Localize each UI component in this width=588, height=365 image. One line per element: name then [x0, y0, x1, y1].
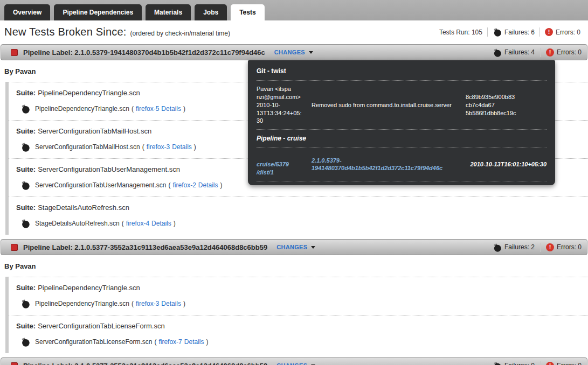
paren-open: ( — [168, 181, 170, 189]
changes-label: CHANGES — [276, 362, 307, 365]
details-link[interactable]: Details — [198, 181, 218, 189]
changes-link[interactable]: CHANGES — [276, 362, 315, 365]
suite-title: Suite:StageDetailsAutoRefresh.scn — [16, 203, 588, 212]
paren-open: ( — [132, 300, 134, 307]
chevron-down-icon — [309, 51, 313, 54]
bomb-icon — [20, 219, 30, 228]
error-icon — [545, 28, 553, 36]
suite-block: Suite:ServerConfigurationTabLicenseForm.… — [9, 315, 588, 353]
paren-close: ) — [206, 338, 208, 346]
changes-label: CHANGES — [274, 49, 305, 55]
tab-materials[interactable]: Materials — [146, 4, 191, 20]
suite-label: Suite: — [16, 165, 36, 173]
suite-name: PipelineDependencyTriangle.scn — [38, 284, 140, 292]
paren-close: ) — [183, 300, 185, 307]
divider — [539, 27, 540, 37]
failed-status-icon — [11, 244, 18, 251]
pipeline-header-row: Pipeline - cruise — [257, 129, 547, 148]
pipeline-path-link[interactable]: cruise/5379 /dist/1 — [257, 161, 289, 176]
commit-author-date: Pavan <itspa nzi@gmail.com> 2010-10- 13T… — [257, 85, 312, 125]
commit-row: Pavan <itspa nzi@gmail.com> 2010-10- 13T… — [257, 80, 547, 129]
test-name: PipelineDependencyTriangle.scn — [35, 105, 129, 113]
header-stats: Tests Run: 105 Failures: 6 Errors: 0 — [439, 27, 583, 37]
test-name: ServerConfigurationTabLicenseForm.scn — [35, 338, 152, 346]
details-link[interactable]: Details — [172, 143, 192, 151]
paren-close: ) — [174, 220, 176, 227]
divider — [540, 48, 541, 57]
error-icon — [546, 48, 554, 57]
failed-status-icon — [11, 49, 18, 56]
page-title: New Tests Broken Since: — [4, 26, 127, 38]
details-link[interactable]: Details — [151, 220, 171, 227]
job-link[interactable]: firefox-4 — [126, 220, 149, 227]
errors-stat-label: Errors: 0 — [557, 243, 582, 251]
details-link[interactable]: Details — [161, 105, 181, 113]
suite-label: Suite: — [16, 89, 36, 97]
pipeline-time: 2010-10-13T16:01:10+05:30 — [466, 160, 547, 169]
pipeline-label: Pipeline Label: 2.1.0.5379-1941480370d4b… — [23, 48, 265, 57]
errors-stat-label: Errors: 0 — [557, 362, 582, 365]
tab-overview[interactable]: Overview — [4, 4, 50, 20]
pipeline-label: Pipeline Label: 2.1.0.5377-3552a31c9113e… — [23, 243, 267, 251]
error-icon — [546, 362, 554, 365]
tab-tests[interactable]: Tests — [231, 4, 264, 24]
test-name: StageDetailsAutoRefresh.scn — [35, 220, 120, 227]
changes-label: CHANGES — [276, 244, 307, 250]
bomb-icon — [20, 337, 30, 347]
bomb-icon — [493, 27, 502, 37]
pipeline-label-cell: 2.1.0.5379-1941480370d4b1b5b42f1d2d372c1… — [312, 157, 466, 173]
suite-name: ServerConfigurationTabUserManagement.scn — [38, 165, 180, 173]
pipeline-path-cell: cruise/5379 /dist/1 — [257, 152, 312, 177]
job-link[interactable]: firefox-2 — [172, 181, 196, 189]
page-header: New Tests Broken Since: (ordered by chec… — [0, 20, 588, 44]
suite-title: Suite:ServerConfigurationTabLicenseForm.… — [16, 322, 588, 330]
divider — [540, 243, 541, 252]
job-link[interactable]: firefox-3 — [147, 143, 170, 151]
changes-link[interactable]: CHANGES — [274, 49, 313, 55]
suite-label: Suite: — [16, 284, 36, 292]
pipeline-label-link[interactable]: 2.1.0.5379-1941480370d4b1b5b42f1d2d372c1… — [312, 157, 442, 172]
bar-stats: Failures: 4 Errors: 0 — [493, 48, 582, 57]
job-link[interactable]: firefox-7 — [158, 338, 182, 346]
failures-stat: Failures: 6 — [493, 27, 535, 37]
details-link[interactable]: Details — [161, 300, 181, 307]
paren-open: ( — [122, 220, 124, 227]
test-row: StageDetailsAutoRefresh.scn ( firefox-4 … — [20, 219, 588, 228]
errors-stat: Errors: 0 — [546, 48, 582, 57]
changes-link[interactable]: CHANGES — [276, 244, 315, 250]
errors-stat-label: Errors: 0 — [557, 48, 582, 56]
suite-name: StageDetailsAutoRefresh.scn — [38, 203, 129, 212]
tab-pipeline-dependencies[interactable]: Pipeline Dependencies — [54, 4, 142, 20]
bomb-icon — [20, 299, 30, 308]
commit-comment: Removed sudo from command.to.install.cru… — [312, 101, 466, 109]
test-row: PipelineDependencyTriangle.scn ( firefox… — [20, 299, 588, 308]
pipeline-bar: Pipeline Label: 2.1.0.5379-1941480370d4b… — [1, 44, 587, 60]
tests-run-stat: Tests Run: 105 — [439, 29, 482, 36]
suite-label: Suite: — [16, 322, 36, 330]
details-link[interactable]: Details — [184, 338, 204, 346]
tab-jobs[interactable]: Jobs — [195, 4, 227, 20]
failures-stat-label: Failures: 4 — [504, 48, 535, 56]
failures-stat: Failures: 2 — [493, 243, 535, 252]
suite-name: ServerConfigurationTabLicenseForm.scn — [38, 322, 165, 330]
bomb-icon — [493, 361, 502, 365]
failed-status-icon — [11, 362, 18, 365]
job-link[interactable]: firefox-3 — [136, 300, 159, 307]
paren-close: ) — [194, 143, 196, 151]
tab-strip: Overview Pipeline Dependencies Materials… — [0, 0, 588, 20]
paren-open: ( — [132, 105, 134, 113]
failures-stat-label: Failures: 6 — [504, 29, 535, 36]
material-header: Git - twist — [257, 67, 547, 80]
pipeline-bar: Pipeline Label: 2.1.0.5377-3552a31c9113e… — [1, 239, 587, 255]
paren-open: ( — [142, 143, 144, 151]
suite-block: Suite:PipelineDependencyTriangle.scn Pip… — [9, 277, 588, 315]
suite-list: Suite:PipelineDependencyTriangle.scn Pip… — [5, 277, 588, 353]
job-link[interactable]: firefox-5 — [136, 105, 159, 113]
suite-label: Suite: — [16, 127, 36, 135]
commit-revision: 8c89b935e900b83 cb7c4da67 5b586f1dbb8ec1… — [466, 93, 547, 117]
errors-stat: Errors: 0 — [546, 362, 582, 365]
test-name: PipelineDependencyTriangle.scn — [35, 300, 129, 307]
pipeline-row: cruise/5379 /dist/1 2.1.0.5379-194148037… — [257, 148, 547, 181]
paren-close: ) — [220, 181, 223, 189]
suite-name: ServerConfigurationTabMailHost.scn — [38, 127, 151, 135]
